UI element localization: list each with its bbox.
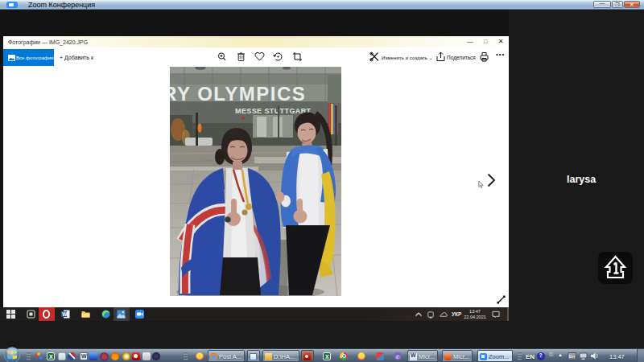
svg-text:MESSE STUTTGART: MESSE STUTTGART bbox=[235, 107, 312, 115]
svg-text:W: W bbox=[62, 311, 68, 317]
svg-text:RY OLYMPICS: RY OLYMPICS bbox=[170, 83, 306, 105]
